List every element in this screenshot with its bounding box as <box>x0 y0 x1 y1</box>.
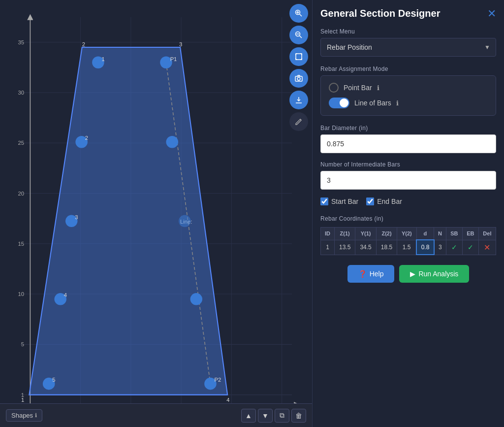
svg-text:P2: P2 <box>215 377 221 383</box>
line-of-bars-toggle[interactable] <box>329 98 349 108</box>
intermediate-bars-label: Number of Intermediate Bars <box>320 161 496 168</box>
cell-sb: ✓ <box>446 240 462 255</box>
run-icon: ▶ <box>410 270 415 278</box>
point-bar-info-icon: ℹ <box>377 84 379 92</box>
help-label: Help <box>370 270 384 278</box>
svg-text:2: 2 <box>85 135 88 141</box>
end-bar-checkbox-item[interactable]: End Bar <box>366 197 402 205</box>
svg-text:1: 1 <box>102 56 105 62</box>
svg-text:10: 10 <box>18 291 25 297</box>
delete-row-button[interactable]: ✕ <box>484 243 490 252</box>
svg-point-43 <box>166 136 178 148</box>
start-bar-checkbox-item[interactable]: Start Bar <box>320 197 358 205</box>
line-of-bars-label: Line of Bars <box>354 99 391 107</box>
col-del: Del <box>478 228 496 240</box>
cell-id: 1 <box>321 240 335 255</box>
col-eb: EB <box>462 228 478 240</box>
shapes-label: Shapes <box>11 412 33 419</box>
cell-y1: 34.5 <box>355 240 376 255</box>
line-of-bars-row: Line of Bars ℹ <box>329 98 488 108</box>
delete-shape-button[interactable]: 🗑 <box>291 409 306 423</box>
cell-eb: ✓ <box>462 240 478 255</box>
col-sb: SB <box>446 228 462 240</box>
help-icon: ❓ <box>358 270 367 278</box>
end-bar-checkbox-label: End Bar <box>377 197 402 205</box>
svg-rect-62 <box>296 54 302 60</box>
sb-check-icon: ✓ <box>451 243 457 251</box>
svg-text:5: 5 <box>21 341 24 347</box>
table-row: 1 13.5 34.5 18.5 1.5 0.8 3 ✓ ✓ ✕ <box>321 240 496 255</box>
svg-line-56 <box>300 14 302 17</box>
table-header-row: ID Z(1) Y(1) Z(2) Y(2) d N SB EB Del <box>321 228 496 240</box>
start-bar-checkbox-label: Start Bar <box>331 197 358 205</box>
rebar-coords-label: Rebar Coordinates (in) <box>320 215 496 222</box>
point-bar-row: Point Bar ℹ <box>329 83 488 93</box>
run-label: Run Analysis <box>418 270 458 278</box>
svg-point-50 <box>190 293 203 305</box>
move-up-button[interactable]: ▲ <box>241 409 256 423</box>
canvas-toolbar <box>289 4 308 131</box>
checkbox-row: Start Bar End Bar <box>320 197 496 205</box>
svg-text:4: 4 <box>64 292 67 298</box>
zoom-in-button[interactable] <box>289 4 308 23</box>
shapes-button[interactable]: Shapes ℹ <box>6 409 42 422</box>
download-button[interactable] <box>289 91 308 109</box>
cell-del[interactable]: ✕ <box>478 240 496 255</box>
cell-z2: 18.5 <box>376 240 397 255</box>
select-menu-wrapper: Rebar Position Section Shape Material An… <box>320 38 496 57</box>
svg-text:P1: P1 <box>170 56 177 62</box>
svg-point-47 <box>179 215 191 228</box>
shapes-info-icon: ℹ <box>35 412 37 419</box>
col-d: d <box>416 228 434 240</box>
svg-text:2: 2 <box>82 41 85 47</box>
point-bar-label: Point Bar <box>344 84 372 92</box>
point-bar-radio[interactable] <box>329 83 339 93</box>
svg-point-64 <box>297 77 300 80</box>
bar-diameter-input[interactable] <box>320 134 496 153</box>
col-z1: Z(1) <box>334 228 355 240</box>
right-panel: General Section Designer ✕ Select Menu R… <box>312 0 504 427</box>
cell-n: 3 <box>434 240 446 255</box>
cell-z1: 13.5 <box>334 240 355 255</box>
cell-d[interactable]: 0.8 <box>416 240 434 255</box>
assignment-box: Point Bar ℹ Line of Bars ℹ <box>320 75 496 116</box>
select-menu-label: Select Menu <box>320 28 496 35</box>
col-n: N <box>434 228 446 240</box>
assignment-mode-label: Rebar Assignment Mode <box>320 66 496 72</box>
svg-text:30: 30 <box>18 90 25 96</box>
svg-text:25: 25 <box>18 140 25 146</box>
svg-text:1: 1 <box>21 397 24 403</box>
start-bar-checkbox[interactable] <box>320 197 328 205</box>
svg-text:5: 5 <box>52 377 55 383</box>
help-button[interactable]: ❓ Help <box>347 265 395 283</box>
fit-button[interactable] <box>289 47 308 66</box>
grid-svg: 0 5 10 15 20 25 1 5 10 15 20 25 30 35 2 … <box>0 0 312 427</box>
copy-shape-button[interactable]: ⧉ <box>275 409 289 423</box>
eb-check-icon: ✓ <box>468 243 473 251</box>
intermediate-bars-input[interactable] <box>320 171 496 190</box>
edit-button[interactable] <box>289 112 308 131</box>
col-y2: Y(2) <box>397 228 416 240</box>
col-id: ID <box>321 228 335 240</box>
run-analysis-button[interactable]: ▶ Run Analysis <box>399 265 469 283</box>
move-down-button[interactable]: ▼ <box>258 409 273 423</box>
panel-title: General Section Designer <box>320 8 440 19</box>
select-menu-dropdown[interactable]: Rebar Position Section Shape Material An… <box>320 38 496 57</box>
svg-text:4: 4 <box>226 397 229 403</box>
svg-line-67 <box>300 119 301 120</box>
bottom-toolbar-icons: ▲ ▼ ⧉ 🗑 <box>241 409 306 423</box>
close-button[interactable]: ✕ <box>487 8 496 19</box>
zoom-out-button[interactable] <box>289 26 308 44</box>
panel-header: General Section Designer ✕ <box>320 8 496 19</box>
canvas-area: 0 5 10 15 20 25 1 5 10 15 20 25 30 35 2 … <box>0 0 312 427</box>
cell-y2: 1.5 <box>397 240 416 255</box>
col-y1: Y(1) <box>355 228 376 240</box>
svg-text:3: 3 <box>179 41 182 47</box>
col-z2: Z(2) <box>376 228 397 240</box>
line-of-bars-info-icon: ℹ <box>396 99 399 107</box>
camera-button[interactable] <box>289 69 308 88</box>
end-bar-checkbox[interactable] <box>366 197 374 205</box>
svg-line-60 <box>300 36 302 38</box>
bar-diameter-label: Bar Diameter (in) <box>320 125 496 131</box>
svg-text:15: 15 <box>18 241 25 247</box>
